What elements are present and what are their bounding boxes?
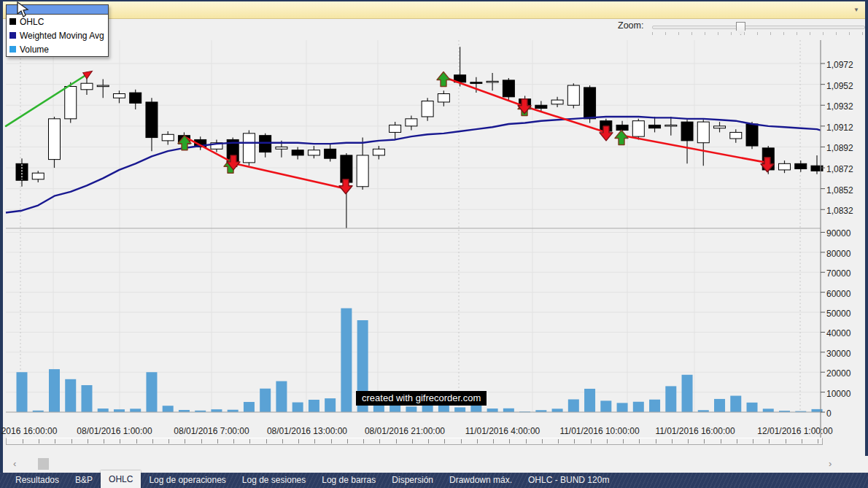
volume-bar bbox=[584, 389, 595, 412]
candle bbox=[373, 149, 384, 155]
candle bbox=[487, 81, 498, 82]
volume-bar bbox=[714, 399, 725, 412]
candle bbox=[503, 80, 514, 97]
candlestick-series bbox=[16, 47, 823, 228]
legend-swatch-icon bbox=[9, 32, 16, 39]
candle bbox=[113, 94, 125, 98]
volume-tick-label: 20000 bbox=[826, 368, 850, 379]
bottom-tab-bar: ResultadosB&POHLCLog de operacionesLog d… bbox=[0, 473, 868, 488]
candle bbox=[276, 147, 287, 149]
legend-item: Weighted Moving Avg bbox=[7, 28, 108, 42]
candle bbox=[535, 105, 547, 108]
volume-bar bbox=[81, 385, 92, 412]
price-tick-label: 1,0952 bbox=[826, 81, 853, 91]
candle bbox=[357, 155, 368, 187]
tab-ohlc[interactable]: OHLC bbox=[101, 470, 141, 488]
volume-bar bbox=[17, 372, 28, 412]
candle bbox=[32, 173, 44, 179]
volume-tick-label: 40000 bbox=[826, 328, 850, 338]
tab-ohlc-bund-120m[interactable]: OHLC - BUND 120m bbox=[520, 473, 617, 488]
volume-bar bbox=[98, 408, 109, 412]
candle bbox=[65, 86, 77, 118]
volume-bar bbox=[292, 403, 303, 412]
candle bbox=[292, 150, 303, 155]
scrollbar-thumb[interactable] bbox=[38, 458, 49, 470]
candle bbox=[730, 132, 742, 139]
volume-bar bbox=[682, 375, 693, 412]
chart-region: 1,09721,09521,09321,09121,08921,08721,08… bbox=[3, 18, 865, 473]
legend-items: OHLCWeighted Moving AvgVolume bbox=[7, 15, 108, 56]
candle bbox=[746, 124, 758, 146]
window-content: OHLC ▼ Zoom: 1,09721,09521,09321,09121,0… bbox=[3, 1, 865, 473]
price-tick-label: 1,0892 bbox=[826, 143, 853, 153]
volume-bar bbox=[503, 408, 514, 412]
candle bbox=[665, 125, 677, 126]
volume-bar bbox=[600, 400, 611, 412]
candle bbox=[162, 134, 174, 141]
candle bbox=[48, 119, 60, 160]
tab-drawdown-m-x[interactable]: Drawdown máx. bbox=[441, 473, 520, 488]
volume-tick-label: 90000 bbox=[826, 228, 850, 239]
volume-bar bbox=[470, 406, 481, 412]
candle bbox=[16, 163, 28, 180]
candle bbox=[97, 85, 109, 87]
tab-log-de-barras[interactable]: Log de barras bbox=[314, 473, 384, 488]
legend-swatch-icon bbox=[9, 46, 16, 53]
candle bbox=[390, 125, 401, 132]
price-volume-chart[interactable] bbox=[0, 0, 868, 488]
legend-swatch-icon bbox=[9, 18, 16, 25]
candle bbox=[146, 102, 158, 138]
volume-tick-label: 70000 bbox=[826, 268, 850, 279]
volume-bar bbox=[665, 386, 676, 412]
window-frame: OHLC ▼ Zoom: 1,09721,09521,09321,09121,0… bbox=[0, 0, 868, 488]
tab-log-de-sesiones[interactable]: Log de sesiones bbox=[234, 473, 314, 488]
candle bbox=[438, 94, 449, 102]
volume-bar bbox=[260, 389, 271, 412]
volume-bar bbox=[130, 408, 141, 412]
volume-bar bbox=[422, 406, 433, 412]
candle bbox=[130, 93, 142, 103]
volume-bar bbox=[568, 399, 579, 412]
price-tick-label: 1,0852 bbox=[826, 185, 853, 195]
tab-dispersi-n[interactable]: Dispersión bbox=[384, 473, 441, 488]
volume-tick-label: 50000 bbox=[826, 309, 850, 319]
scroll-right-button[interactable]: › bbox=[829, 459, 832, 469]
tab-log-de-operaciones[interactable]: Log de operaciones bbox=[141, 473, 233, 488]
volume-bar bbox=[163, 406, 174, 412]
volume-bar bbox=[617, 403, 628, 412]
candle bbox=[795, 163, 807, 169]
candle bbox=[697, 122, 709, 143]
price-tick-label: 1,0872 bbox=[826, 164, 853, 174]
volume-bar bbox=[552, 408, 563, 412]
volume-bar bbox=[276, 382, 287, 412]
candle bbox=[632, 121, 644, 136]
tab-resultados[interactable]: Resultados bbox=[7, 473, 67, 488]
candle bbox=[779, 163, 791, 170]
date-tick-label: 08/01/2016 1:00:00 bbox=[63, 426, 166, 436]
price-tick-label: 1,0912 bbox=[826, 123, 853, 133]
volume-bar bbox=[747, 403, 758, 412]
volume-bar bbox=[65, 379, 76, 412]
candle bbox=[567, 85, 579, 105]
volume-tick-label: 60000 bbox=[826, 289, 850, 299]
time-axis-ruler bbox=[6, 438, 823, 445]
legend-item-label: Volume bbox=[20, 44, 49, 55]
candle bbox=[616, 125, 628, 130]
volume-bar bbox=[763, 408, 774, 412]
candle bbox=[649, 125, 661, 128]
candle bbox=[260, 136, 271, 152]
tab-b-p[interactable]: B&P bbox=[67, 473, 101, 488]
candle bbox=[681, 122, 693, 141]
date-tick-label: 11/01/2016 4:00:00 bbox=[452, 426, 554, 436]
candle bbox=[406, 119, 417, 126]
trend-line-red-tip bbox=[83, 68, 94, 79]
volume-tick-label: 80000 bbox=[826, 249, 850, 259]
date-tick-label: 11/01/2016 16:00:00 bbox=[644, 426, 746, 436]
mouse-cursor-icon bbox=[15, 1, 31, 19]
candle bbox=[325, 149, 336, 158]
legend-item-label: Weighted Moving Avg bbox=[20, 31, 104, 41]
volume-bar bbox=[730, 396, 741, 412]
scroll-left-button[interactable]: ‹ bbox=[13, 459, 16, 469]
date-tick-label: 11/01/2016 10:00:00 bbox=[549, 426, 651, 436]
candle bbox=[584, 88, 596, 119]
